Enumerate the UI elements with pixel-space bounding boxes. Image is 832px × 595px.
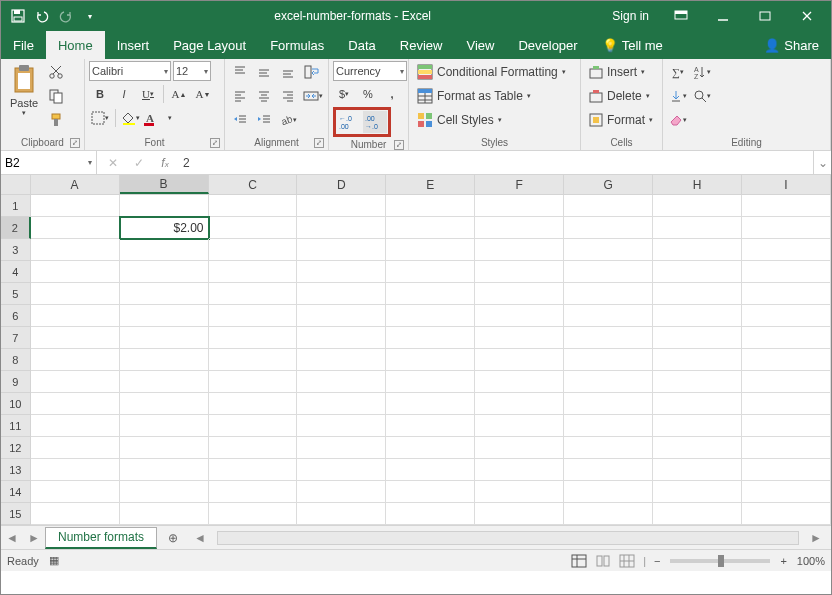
cell-I12[interactable]	[742, 437, 831, 459]
cell-H11[interactable]	[653, 415, 742, 437]
row-header-11[interactable]: 11	[1, 415, 31, 437]
cell-C5[interactable]	[209, 283, 298, 305]
row-header-2[interactable]: 2	[1, 217, 31, 239]
percent-format-icon[interactable]: %	[357, 83, 379, 105]
cell-H5[interactable]	[653, 283, 742, 305]
decrease-decimal-icon[interactable]: .00→.0	[363, 111, 387, 133]
cell-F1[interactable]	[475, 195, 564, 217]
cell-D2[interactable]	[297, 217, 386, 239]
cell-F6[interactable]	[475, 305, 564, 327]
conditional-formatting-button[interactable]: Conditional Formatting▾	[413, 61, 570, 83]
cell-F2[interactable]	[475, 217, 564, 239]
cell-A14[interactable]	[31, 481, 120, 503]
zoom-slider[interactable]	[670, 559, 770, 563]
format-cells-button[interactable]: Format▾	[585, 109, 657, 131]
cell-H15[interactable]	[653, 503, 742, 525]
cell-D5[interactable]	[297, 283, 386, 305]
cell-I10[interactable]	[742, 393, 831, 415]
cell-B4[interactable]	[120, 261, 209, 283]
cell-B9[interactable]	[120, 371, 209, 393]
increase-indent-icon[interactable]	[253, 109, 275, 131]
cell-B13[interactable]	[120, 459, 209, 481]
row-header-10[interactable]: 10	[1, 393, 31, 415]
fill-icon[interactable]: ▾	[667, 85, 689, 107]
clear-icon[interactable]: ▾	[667, 109, 689, 131]
cell-C1[interactable]	[209, 195, 298, 217]
hscroll-right-icon[interactable]: ►	[805, 531, 827, 545]
new-sheet-icon[interactable]: ⊕	[161, 526, 185, 550]
tab-developer[interactable]: Developer	[506, 31, 589, 59]
fx-icon[interactable]: fx	[157, 156, 173, 170]
cell-E15[interactable]	[386, 503, 475, 525]
cell-I7[interactable]	[742, 327, 831, 349]
cell-C3[interactable]	[209, 239, 298, 261]
cell-E5[interactable]	[386, 283, 475, 305]
cell-D7[interactable]	[297, 327, 386, 349]
cell-I3[interactable]	[742, 239, 831, 261]
increase-decimal-icon[interactable]: ←.0.00	[337, 111, 361, 133]
cell-E11[interactable]	[386, 415, 475, 437]
delete-cells-button[interactable]: Delete▾	[585, 85, 654, 107]
cell-A8[interactable]	[31, 349, 120, 371]
tab-review[interactable]: Review	[388, 31, 455, 59]
underline-button[interactable]: U▾	[137, 83, 159, 105]
cell-F5[interactable]	[475, 283, 564, 305]
tab-file[interactable]: File	[1, 31, 46, 59]
cell-A5[interactable]	[31, 283, 120, 305]
tab-formulas[interactable]: Formulas	[258, 31, 336, 59]
cell-B14[interactable]	[120, 481, 209, 503]
expand-formula-bar-icon[interactable]: ⌄	[813, 151, 831, 174]
cell-D13[interactable]	[297, 459, 386, 481]
cell-A7[interactable]	[31, 327, 120, 349]
number-launcher[interactable]: ⤢	[394, 140, 404, 150]
row-header-12[interactable]: 12	[1, 437, 31, 459]
cell-D12[interactable]	[297, 437, 386, 459]
save-icon[interactable]	[7, 5, 29, 27]
accounting-format-icon[interactable]: $▾	[333, 83, 355, 105]
cell-C6[interactable]	[209, 305, 298, 327]
cell-D14[interactable]	[297, 481, 386, 503]
cell-D3[interactable]	[297, 239, 386, 261]
cell-E9[interactable]	[386, 371, 475, 393]
sheet-nav-prev-icon[interactable]: ◄	[1, 531, 23, 545]
cell-E14[interactable]	[386, 481, 475, 503]
cell-I4[interactable]	[742, 261, 831, 283]
row-header-5[interactable]: 5	[1, 283, 31, 305]
cell-E3[interactable]	[386, 239, 475, 261]
cell-C13[interactable]	[209, 459, 298, 481]
cell-D11[interactable]	[297, 415, 386, 437]
cell-C9[interactable]	[209, 371, 298, 393]
fill-color-icon[interactable]: ▾	[120, 107, 142, 129]
autosum-icon[interactable]: ∑▾	[667, 61, 689, 83]
column-header-H[interactable]: H	[653, 175, 742, 194]
cell-styles-button[interactable]: Cell Styles▾	[413, 109, 506, 131]
cell-B6[interactable]	[120, 305, 209, 327]
column-header-B[interactable]: B	[120, 175, 209, 194]
cell-F12[interactable]	[475, 437, 564, 459]
cell-A15[interactable]	[31, 503, 120, 525]
cell-E12[interactable]	[386, 437, 475, 459]
share-button[interactable]: 👤Share	[752, 31, 831, 59]
cell-A9[interactable]	[31, 371, 120, 393]
formula-bar[interactable]: 2	[183, 156, 190, 170]
cell-C11[interactable]	[209, 415, 298, 437]
cell-C14[interactable]	[209, 481, 298, 503]
cell-C12[interactable]	[209, 437, 298, 459]
cell-D6[interactable]	[297, 305, 386, 327]
cell-I11[interactable]	[742, 415, 831, 437]
cell-D1[interactable]	[297, 195, 386, 217]
row-header-3[interactable]: 3	[1, 239, 31, 261]
paste-button[interactable]: Paste ▾	[5, 61, 43, 127]
cancel-formula-icon[interactable]: ✕	[105, 156, 121, 170]
tab-insert[interactable]: Insert	[105, 31, 162, 59]
cell-I13[interactable]	[742, 459, 831, 481]
cell-F3[interactable]	[475, 239, 564, 261]
name-box[interactable]: B2▾	[1, 151, 97, 174]
cell-A1[interactable]	[31, 195, 120, 217]
cell-B11[interactable]	[120, 415, 209, 437]
cell-E7[interactable]	[386, 327, 475, 349]
merge-center-icon[interactable]: ▾	[301, 85, 325, 107]
tab-tell-me[interactable]: 💡Tell me	[590, 31, 675, 59]
cell-C15[interactable]	[209, 503, 298, 525]
cell-G10[interactable]	[564, 393, 653, 415]
